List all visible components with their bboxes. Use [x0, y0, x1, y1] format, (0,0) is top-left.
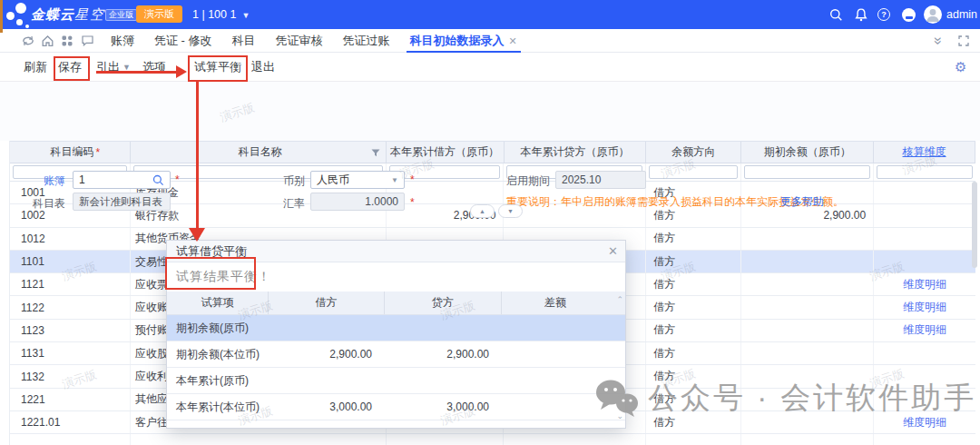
- filter-funnel-icon[interactable]: [371, 149, 380, 157]
- close-tab-icon[interactable]: ✕: [509, 35, 517, 47]
- logo-icon: [16, 19, 23, 25]
- rate-label: 汇率: [249, 196, 305, 212]
- vertical-scrollbar[interactable]: [972, 182, 977, 268]
- cell-credit: 2,900.00: [385, 341, 502, 367]
- cell-dimension-link: [874, 204, 975, 226]
- tab-voucher-post[interactable]: 凭证过账: [343, 29, 390, 53]
- col-header-code[interactable]: 科目编码*: [10, 142, 131, 163]
- cell-dimension-link[interactable]: 维度明细: [874, 296, 975, 318]
- cell-code: 1122: [10, 296, 131, 318]
- cell-debit: 2,900.00: [269, 341, 385, 367]
- tab-voucher-edit[interactable]: 凭证 - 修改: [154, 29, 212, 53]
- cell-trial-item: 期初余额(本位币): [167, 341, 269, 367]
- remote-assist-icon[interactable]: [902, 8, 916, 22]
- tab-account-books[interactable]: 账簿: [111, 29, 134, 53]
- filter-panel: 账簿 1 * 科目表 新会计准则科目表 币别 人民币 ▼ * 汇率 1.0000…: [0, 82, 980, 141]
- toolbar: 刷新 保存 引出▼ 选项 试算平衡 退出 ⚙: [0, 53, 980, 82]
- cell-code: 1131: [10, 342, 131, 364]
- col-header-ytd-debit[interactable]: 本年累计借方（原币）: [387, 142, 505, 163]
- annotation-box-save: [54, 56, 90, 81]
- annotation-arrowhead: [176, 65, 187, 78]
- demo-version-badge: 演示版: [136, 5, 182, 23]
- refresh-button[interactable]: 刷新: [24, 53, 47, 82]
- dialog-row[interactable]: 本年累计(原币): [167, 368, 625, 394]
- tab-label: 科目初始数据录入: [410, 33, 505, 49]
- tab-initial-data-entry[interactable]: 科目初始数据录入✕: [410, 29, 517, 53]
- bell-icon[interactable]: [853, 7, 869, 22]
- scroll-up-icon[interactable]: ⌃: [616, 295, 623, 304]
- cell-code: 1221.01: [10, 411, 131, 433]
- more-help-link[interactable]: 更多帮助: [780, 194, 824, 210]
- annotation-box-trial-balance: [188, 55, 248, 82]
- column-filter-input[interactable]: [744, 165, 870, 179]
- gear-icon[interactable]: ⚙: [955, 53, 966, 82]
- period-value: 2025.10: [562, 173, 601, 186]
- apps-grid-icon[interactable]: [62, 29, 73, 53]
- currency-label: 币别: [249, 173, 305, 189]
- cell-debit: 3,000.00: [269, 394, 385, 420]
- message-icon[interactable]: [82, 29, 93, 53]
- book-label: 账簿: [9, 173, 65, 189]
- currency-select[interactable]: 人民币 ▼: [310, 171, 405, 189]
- dialog-row-selected[interactable]: 期初余额(原币): [167, 315, 625, 341]
- logo-icon: [15, 3, 26, 14]
- collapse-tabs-icon[interactable]: »: [926, 37, 950, 45]
- col-label: 期初余额（原币）: [764, 144, 851, 160]
- col-header-opening[interactable]: 期初余额（原币）: [741, 142, 874, 163]
- cell-difference: [502, 315, 609, 341]
- collapse-down-button[interactable]: ▼: [498, 204, 523, 218]
- org-selector[interactable]: 1 | 100 1▼: [192, 8, 250, 21]
- channel-watermark: 公众号 · 会计软件助手: [595, 378, 976, 419]
- logo-icon: [6, 12, 15, 20]
- col-label: 本年累计贷方（原币）: [520, 144, 629, 160]
- avatar[interactable]: [924, 5, 942, 24]
- channel-watermark-text: 公众号 · 会计软件助手: [648, 378, 976, 419]
- fullscreen-icon[interactable]: [958, 29, 969, 53]
- cell-debit: [269, 368, 385, 393]
- col-header-name[interactable]: 科目名称: [131, 142, 387, 163]
- book-input[interactable]: 1: [73, 171, 171, 189]
- collapse-up-button[interactable]: ▲: [470, 204, 495, 218]
- chart-field: 新会计准则科目表: [73, 193, 171, 211]
- wechat-icon: [595, 379, 639, 419]
- user-name[interactable]: admin: [946, 8, 977, 21]
- col-header-difference: 差额: [502, 292, 609, 314]
- export-button[interactable]: 引出▼: [96, 53, 131, 82]
- exit-button[interactable]: 退出: [251, 53, 275, 82]
- close-icon[interactable]: ✕: [608, 244, 618, 258]
- cell-opening: [741, 251, 874, 272]
- cell-difference: [502, 341, 609, 367]
- cell-difference: [502, 394, 609, 420]
- required-marker: *: [410, 196, 415, 209]
- cell-direction: 借方: [646, 296, 741, 318]
- col-label: 本年累计借方（原币）: [390, 144, 499, 160]
- cell-trial-item: 本年累计(原币): [167, 368, 269, 393]
- screen-edge-artifact: [0, 0, 3, 33]
- tab-voucher-audit[interactable]: 凭证审核: [276, 29, 323, 53]
- chevron-down-icon: ▼: [241, 11, 250, 20]
- home-icon[interactable]: [42, 29, 54, 53]
- brand-title: 金蝶云星空: [31, 6, 105, 24]
- dialog-row[interactable]: 本年累计(本位币) 3,000.00 3,000.00: [167, 394, 625, 420]
- brand-main: 金蝶云: [31, 6, 74, 22]
- cell-direction: 借方: [646, 228, 741, 250]
- search-icon[interactable]: [828, 7, 844, 22]
- dialog-row[interactable]: 期初余额(本位币) 2,900.00 2,900.00: [167, 341, 625, 368]
- currency-value: 人民币: [317, 173, 349, 188]
- cell-opening: [741, 320, 874, 341]
- chart-value: 新会计准则科目表: [79, 195, 162, 209]
- options-button[interactable]: 选项: [142, 53, 166, 82]
- chevron-down-icon: ▼: [391, 176, 398, 184]
- lookup-icon[interactable]: [152, 174, 164, 186]
- col-header-ytd-credit[interactable]: 本年累计贷方（原币）: [505, 142, 647, 163]
- tab-accounts[interactable]: 科目: [232, 29, 256, 53]
- cell-debit: [269, 315, 385, 341]
- col-label: 余额方向: [671, 144, 715, 160]
- cell-opening: [741, 228, 874, 250]
- sync-icon[interactable]: [22, 29, 34, 53]
- brand-sub: 星空: [74, 6, 105, 22]
- help-icon[interactable]: ?: [877, 8, 890, 21]
- cell-dimension-link[interactable]: 维度明细: [874, 320, 975, 341]
- edition-badge: 企业版: [105, 9, 137, 21]
- table-header-row: 科目编码* 科目名称 本年累计借方（原币） 本年累计贷方（原币） 余额方向 期初…: [10, 141, 975, 163]
